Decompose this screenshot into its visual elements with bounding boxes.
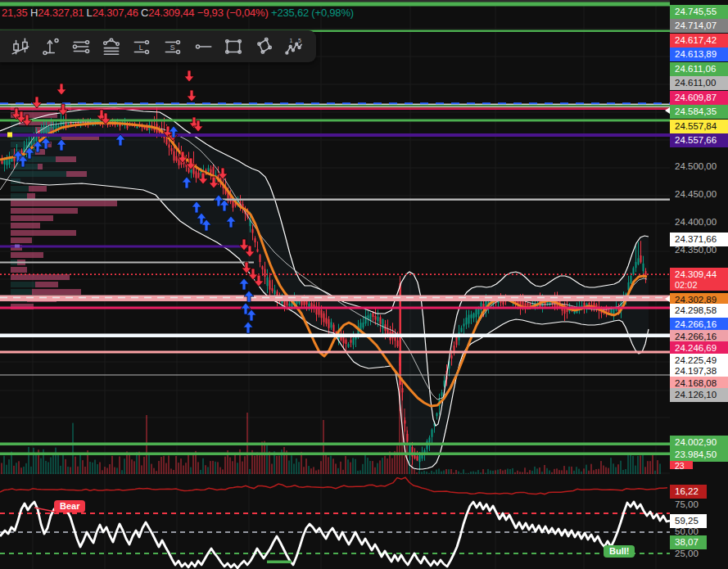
trend-arrow-icon	[40, 36, 61, 57]
svg-text:L: L	[139, 43, 143, 51]
multi-line-tool[interactable]	[97, 33, 125, 61]
ohlc-low-key: L	[84, 7, 92, 19]
ohlc-header: 21,35 H24.327,81 L24.307,46 C24.309,44 −…	[2, 7, 354, 19]
rotated-rectangle-tool[interactable]	[250, 33, 278, 61]
bear-label: Bear	[54, 500, 85, 513]
short-position-icon: S	[162, 36, 183, 57]
ohlc-close-value: 24.309,44	[148, 7, 194, 19]
ohlc-change-session: +235,62 (+0,98%)	[269, 7, 354, 19]
svg-text:S: S	[170, 43, 174, 51]
long-position-icon: L	[131, 36, 152, 57]
candlestick-pattern-icon	[10, 36, 31, 57]
horizontal-ray-tool[interactable]	[189, 33, 217, 61]
rectangle-tool[interactable]	[219, 33, 247, 61]
ohlc-low-value: 24.307,46	[93, 7, 138, 19]
parallel-lines-icon	[70, 36, 92, 57]
elliott-wave-tool[interactable]: 15	[280, 33, 308, 61]
drawing-toolbar: LS15	[0, 30, 316, 62]
ohlc-high-value: 24.327,81	[38, 7, 84, 19]
candlestick-pattern-tool[interactable]	[7, 33, 34, 61]
svg-text:5: 5	[298, 37, 301, 43]
chart-canvas[interactable]	[0, 0, 728, 569]
parallel-lines-tool[interactable]	[67, 33, 95, 61]
bull-label: Bull!	[604, 545, 635, 558]
ohlc-high-key: H	[28, 7, 38, 19]
ohlc-close-key: C	[138, 7, 149, 19]
rotated-rectangle-icon	[253, 36, 274, 57]
multi-line-icon	[101, 36, 122, 57]
short-position-tool[interactable]: S	[159, 33, 187, 61]
trend-arrow-tool[interactable]	[37, 33, 65, 61]
horizontal-ray-icon	[192, 36, 214, 57]
rectangle-icon	[223, 36, 244, 57]
ohlc-open-partial: 21,35	[2, 7, 28, 19]
ohlc-change-abs: −9,93 (−0,04%)	[194, 7, 268, 19]
long-position-tool[interactable]: L	[128, 33, 156, 61]
svg-text:1: 1	[290, 37, 293, 43]
trading-chart-app: 21,35 H24.327,81 L24.307,46 C24.309,44 −…	[0, 0, 728, 569]
elliott-wave-icon: 15	[283, 36, 305, 57]
